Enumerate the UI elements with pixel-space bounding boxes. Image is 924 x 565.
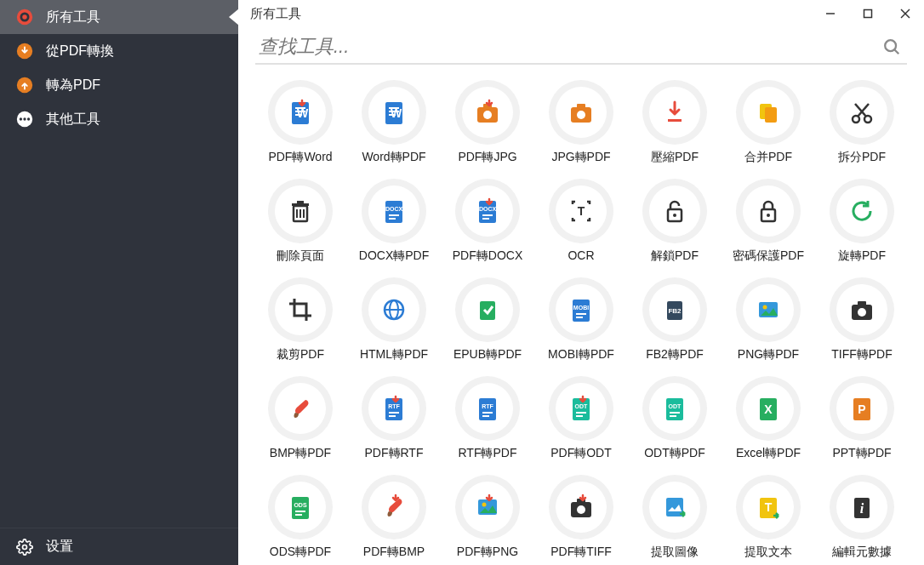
tool-word-down[interactable]: WPDF轉Word bbox=[255, 77, 345, 172]
tool-rtf-down[interactable]: RTFPDF轉RTF bbox=[349, 373, 439, 468]
svg-point-31 bbox=[577, 111, 585, 119]
svg-point-72 bbox=[858, 308, 866, 317]
tool-trash[interactable]: 刪除頁面 bbox=[255, 175, 345, 271]
svg-text:RTF: RTF bbox=[482, 403, 493, 409]
svg-rect-32 bbox=[668, 119, 682, 122]
tool-merge[interactable]: 合并PDF bbox=[723, 77, 813, 172]
svg-point-9 bbox=[23, 545, 27, 549]
search-bar bbox=[255, 31, 907, 65]
tool-image-down[interactable]: PDF轉PNG bbox=[442, 471, 533, 565]
extract-img-icon bbox=[649, 482, 700, 533]
tool-ocr[interactable]: TOCR bbox=[536, 175, 626, 271]
compress-icon bbox=[649, 87, 700, 138]
tool-extract-img[interactable]: 提取圖像 bbox=[630, 471, 720, 565]
tool-label: 密碼保護PDF bbox=[733, 248, 804, 264]
info-icon: i bbox=[836, 482, 887, 533]
tool-ppt[interactable]: PPPT轉PDF bbox=[817, 373, 907, 468]
odt-down-icon: ODT bbox=[556, 383, 607, 434]
sidebar-item-0[interactable]: 所有工具 bbox=[0, 0, 238, 34]
tool-rotate[interactable]: 旋轉PDF bbox=[817, 175, 907, 271]
nav-label: 轉為PDF bbox=[46, 77, 100, 94]
merge-icon bbox=[743, 87, 794, 138]
svg-rect-96 bbox=[295, 514, 302, 516]
camera-icon bbox=[556, 87, 607, 138]
tool-label: 提取圖像 bbox=[651, 545, 699, 560]
svg-point-101 bbox=[577, 505, 585, 514]
sidebar-item-3[interactable]: 其他工具 bbox=[0, 102, 238, 136]
svg-rect-11 bbox=[864, 10, 872, 18]
svg-rect-34 bbox=[765, 107, 777, 123]
word-down-icon: W bbox=[275, 87, 326, 138]
tool-odt-down[interactable]: ODTPDF轉ODT bbox=[536, 373, 626, 468]
tool-fb2[interactable]: FB2FB2轉PDF bbox=[630, 274, 720, 369]
svg-rect-40 bbox=[292, 203, 309, 206]
svg-rect-95 bbox=[295, 511, 305, 512]
tool-image[interactable]: PNG轉PDF bbox=[723, 274, 813, 369]
nav-icon-0 bbox=[15, 8, 34, 26]
crop-icon bbox=[275, 284, 326, 335]
tool-label: Excel轉PDF bbox=[736, 446, 801, 461]
nav-icon-2 bbox=[15, 76, 34, 94]
nav-label: 所有工具 bbox=[46, 9, 100, 26]
svg-text:RTF: RTF bbox=[388, 403, 400, 409]
sidebar-item-1[interactable]: 從PDF轉換 bbox=[0, 34, 238, 68]
svg-rect-64 bbox=[576, 313, 586, 315]
tool-docx[interactable]: DOCXDOCX轉PDF bbox=[349, 175, 439, 271]
brush-down-icon bbox=[368, 482, 419, 533]
svg-rect-88 bbox=[670, 415, 676, 417]
tool-extract-txt[interactable]: T提取文本 bbox=[723, 471, 813, 565]
settings-button[interactable]: 设置 bbox=[0, 528, 238, 565]
tool-compress[interactable]: 壓縮PDF bbox=[630, 77, 720, 172]
close-button[interactable] bbox=[887, 0, 924, 27]
tool-label: BMP轉PDF bbox=[270, 446, 331, 461]
excel-icon: X bbox=[743, 383, 794, 434]
nav-label: 其他工具 bbox=[46, 111, 100, 128]
epub-icon bbox=[462, 284, 513, 335]
tool-camera[interactable]: JPG轉PDF bbox=[536, 77, 626, 172]
svg-point-14 bbox=[885, 40, 896, 51]
tool-excel[interactable]: XExcel轉PDF bbox=[723, 373, 813, 468]
rotate-icon bbox=[836, 185, 887, 237]
tool-camera2[interactable]: TIFF轉PDF bbox=[817, 274, 907, 369]
tool-label: Word轉PDF bbox=[362, 150, 425, 165]
tool-rtf[interactable]: RTFRTF轉PDF bbox=[442, 373, 533, 468]
tool-brush[interactable]: BMP轉PDF bbox=[255, 373, 345, 468]
tool-label: 拆分PDF bbox=[838, 150, 886, 165]
search-input[interactable] bbox=[255, 31, 876, 63]
tool-info[interactable]: i編輯元數據 bbox=[817, 471, 907, 565]
tool-unlock[interactable]: 解鎖PDF bbox=[630, 175, 720, 271]
tool-ods[interactable]: ODSODS轉PDF bbox=[255, 471, 345, 565]
search-icon[interactable] bbox=[876, 31, 907, 62]
ppt-icon: P bbox=[836, 383, 887, 434]
tool-odt[interactable]: ODTODT轉PDF bbox=[630, 373, 720, 468]
svg-rect-75 bbox=[389, 412, 399, 414]
trash-icon bbox=[275, 185, 326, 237]
svg-rect-65 bbox=[576, 317, 583, 318]
scissors-icon bbox=[836, 87, 887, 138]
tool-globe[interactable]: HTML轉PDF bbox=[349, 274, 439, 369]
tool-scissors[interactable]: 拆分PDF bbox=[817, 77, 907, 172]
ods-icon: ODS bbox=[275, 482, 326, 533]
svg-point-28 bbox=[483, 111, 492, 119]
svg-rect-80 bbox=[482, 415, 489, 417]
minimize-button[interactable] bbox=[812, 0, 849, 27]
tool-docx-down[interactable]: DOCXPDF轉DOCX bbox=[442, 175, 533, 271]
tools-grid: WPDF轉WordWWord轉PDFPDF轉JPGJPG轉PDF壓縮PDF合并P… bbox=[238, 71, 924, 565]
tool-camera2-down[interactable]: PDF轉TIFF bbox=[536, 471, 626, 565]
tool-lock[interactable]: 密碼保護PDF bbox=[723, 175, 813, 271]
tool-word[interactable]: WWord轉PDF bbox=[349, 77, 439, 172]
tool-label: PDF轉TIFF bbox=[550, 545, 612, 560]
svg-rect-87 bbox=[670, 412, 680, 414]
tool-crop[interactable]: 裁剪PDF bbox=[255, 274, 345, 369]
globe-icon bbox=[368, 284, 419, 335]
tool-brush-down[interactable]: PDF轉BMP bbox=[349, 471, 439, 565]
tool-camera-down[interactable]: PDF轉JPG bbox=[442, 77, 533, 172]
sidebar-item-2[interactable]: 轉為PDF bbox=[0, 68, 238, 102]
tool-epub[interactable]: EPUB轉PDF bbox=[442, 274, 533, 369]
tool-mobi[interactable]: MOBIMOBI轉PDF bbox=[536, 274, 626, 369]
rtf-down-icon: RTF bbox=[368, 383, 419, 434]
tool-label: 刪除頁面 bbox=[277, 248, 324, 264]
svg-text:T: T bbox=[578, 204, 585, 218]
tool-label: MOBI轉PDF bbox=[548, 347, 614, 362]
maximize-button[interactable] bbox=[849, 0, 887, 27]
